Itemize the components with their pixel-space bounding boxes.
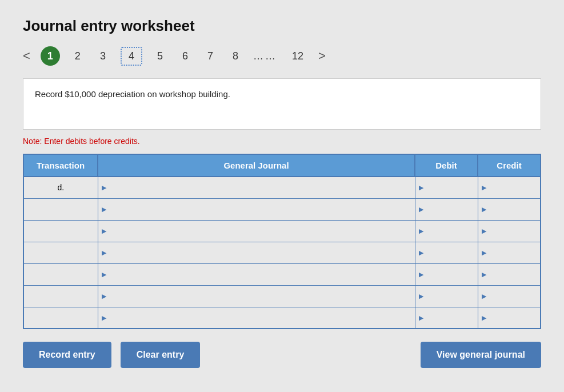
journal-cell[interactable] <box>98 263 415 285</box>
transaction-cell[interactable] <box>23 198 98 220</box>
credit-cell[interactable] <box>478 263 541 285</box>
page-1[interactable]: 1 <box>41 46 60 66</box>
journal-cell[interactable] <box>98 285 415 307</box>
transaction-cell[interactable] <box>23 285 98 307</box>
page-4[interactable]: 4 <box>121 47 142 66</box>
journal-cell[interactable] <box>98 198 415 220</box>
credit-cell[interactable] <box>478 307 541 329</box>
credit-cell[interactable] <box>478 177 541 198</box>
transaction-cell[interactable] <box>23 242 98 263</box>
journal-cell[interactable] <box>98 177 415 198</box>
journal-cell[interactable] <box>98 220 415 242</box>
view-general-journal-button[interactable]: View general journal <box>421 342 541 368</box>
transaction-cell[interactable] <box>23 220 98 242</box>
debit-cell[interactable] <box>415 242 478 263</box>
description-text: Record $10,000 depreciation on workshop … <box>35 89 230 99</box>
debit-cell[interactable] <box>415 307 478 329</box>
page-7[interactable]: 7 <box>203 48 218 65</box>
col-header-transaction: Transaction <box>23 154 98 177</box>
credit-cell[interactable] <box>478 242 541 263</box>
next-arrow[interactable]: > <box>318 49 326 63</box>
debit-cell[interactable] <box>415 177 478 198</box>
table-row <box>23 263 541 285</box>
transaction-cell[interactable]: d. <box>23 177 98 198</box>
page-dots: …… <box>253 50 277 62</box>
buttons-row: Record entry Clear entry View general jo… <box>23 342 541 368</box>
page-title: Journal entry worksheet <box>23 17 541 35</box>
journal-cell[interactable] <box>98 242 415 263</box>
page-6[interactable]: 6 <box>178 48 193 65</box>
note-text: Note: Enter debits before credits. <box>23 137 541 146</box>
col-header-credit: Credit <box>478 154 541 177</box>
pagination: < 1 2 3 4 5 6 7 8 …… 12 > <box>23 46 541 66</box>
table-row: d. <box>23 177 541 198</box>
debit-cell[interactable] <box>415 220 478 242</box>
debit-cell[interactable] <box>415 198 478 220</box>
journal-table: Transaction General Journal Debit Credit… <box>23 154 541 329</box>
table-row <box>23 242 541 263</box>
col-header-journal: General Journal <box>98 154 415 177</box>
description-box: Record $10,000 depreciation on workshop … <box>23 78 541 130</box>
transaction-cell[interactable] <box>23 263 98 285</box>
journal-cell[interactable] <box>98 307 415 329</box>
prev-arrow[interactable]: < <box>23 49 30 63</box>
col-header-debit: Debit <box>415 154 478 177</box>
page-2[interactable]: 2 <box>70 48 85 65</box>
credit-cell[interactable] <box>478 220 541 242</box>
record-entry-button[interactable]: Record entry <box>23 342 111 368</box>
page-3[interactable]: 3 <box>95 48 110 65</box>
credit-cell[interactable] <box>478 198 541 220</box>
debit-cell[interactable] <box>415 263 478 285</box>
table-row <box>23 307 541 329</box>
page-12[interactable]: 12 <box>287 48 308 65</box>
table-row <box>23 198 541 220</box>
transaction-cell[interactable] <box>23 307 98 329</box>
page-5[interactable]: 5 <box>153 48 167 65</box>
table-row <box>23 285 541 307</box>
credit-cell[interactable] <box>478 285 541 307</box>
clear-entry-button[interactable]: Clear entry <box>121 342 201 368</box>
page-8[interactable]: 8 <box>228 48 243 65</box>
table-row <box>23 220 541 242</box>
debit-cell[interactable] <box>415 285 478 307</box>
